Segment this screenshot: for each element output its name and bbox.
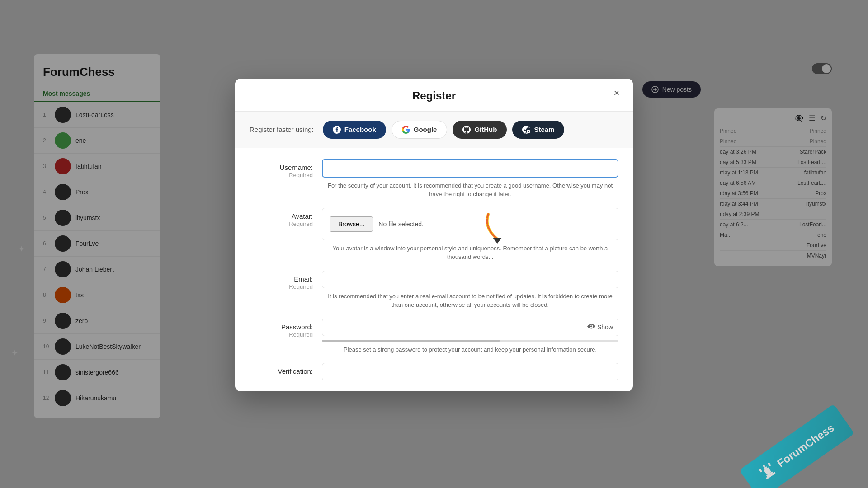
avatar-field-col: Browse... No file selected. Your avatar … — [322, 208, 618, 262]
modal-header: Register — [235, 79, 633, 112]
modal-overlay: Register × Register faster using: Facebo… — [0, 0, 868, 488]
github-icon — [462, 126, 471, 134]
email-row: Email: Required It is recommended that y… — [250, 271, 618, 310]
social-label: Register faster using: — [250, 126, 314, 133]
avatar-required: Required — [250, 221, 313, 227]
email-label-col: Email: Required — [250, 271, 322, 290]
email-required: Required — [250, 283, 313, 290]
password-input[interactable] — [322, 319, 618, 336]
no-file-label: No file selected. — [378, 221, 424, 228]
github-login-button[interactable]: GitHub — [453, 121, 507, 139]
steam-login-button[interactable]: Steam — [512, 121, 564, 139]
username-row: Username: Required For the security of y… — [250, 159, 618, 199]
google-label: Google — [414, 126, 437, 133]
email-field-col: It is recommended that you enter a real … — [322, 271, 618, 310]
avatar-label-col: Avatar: Required — [250, 208, 322, 227]
browse-button[interactable]: Browse... — [330, 216, 373, 232]
password-required: Required — [250, 331, 313, 338]
email-label: Email: — [294, 275, 313, 283]
email-hint: It is recommended that you enter a real … — [322, 292, 618, 310]
avatar-hint: Your avatar is a window into your person… — [322, 244, 618, 262]
eye-icon — [587, 324, 595, 330]
password-row: Password: Required Show — [250, 319, 618, 354]
modal-title: Register — [250, 89, 618, 102]
facebook-label: Facebook — [344, 126, 376, 133]
username-field-col: For the security of your account, it is … — [322, 159, 618, 199]
social-buttons: Facebook Google GitHub — [323, 121, 565, 139]
avatar-file-row: Browse... No file selected. — [330, 213, 611, 235]
username-hint: For the security of your account, it is … — [322, 181, 618, 199]
password-hint: Please set a strong password to protect … — [322, 345, 618, 354]
steam-icon — [522, 126, 530, 134]
password-wrapper: Show — [322, 319, 618, 336]
facebook-icon — [333, 126, 341, 134]
password-strength-bar — [322, 340, 618, 342]
password-label: Password: — [281, 323, 313, 331]
email-input[interactable] — [322, 271, 618, 288]
social-login-bar: Register faster using: Facebook Googl — [235, 112, 633, 148]
verification-label: Verification: — [278, 367, 313, 375]
username-label: Username: — [280, 164, 313, 171]
modal-close-button[interactable]: × — [609, 86, 624, 100]
password-strength-fill — [322, 340, 500, 342]
google-login-button[interactable]: Google — [392, 121, 448, 139]
avatar-row: Avatar: Required Browse... No file selec… — [250, 208, 618, 262]
google-icon — [402, 126, 410, 134]
verification-input[interactable] — [322, 363, 618, 380]
verification-field-col — [322, 363, 618, 380]
register-modal: Register × Register faster using: Facebo… — [235, 79, 633, 392]
verification-row: Verification: — [250, 363, 618, 380]
facebook-login-button[interactable]: Facebook — [323, 121, 386, 139]
show-password-button[interactable]: Show — [587, 324, 613, 331]
steam-label: Steam — [534, 126, 554, 133]
password-field-col: Show Please set a strong password to pro… — [322, 319, 618, 354]
username-required: Required — [250, 172, 313, 178]
password-label-col: Password: Required — [250, 319, 322, 338]
github-label: GitHub — [474, 126, 497, 133]
avatar-label: Avatar: — [292, 212, 313, 220]
verification-label-col: Verification: — [250, 363, 322, 375]
username-input[interactable] — [322, 159, 618, 178]
username-label-col: Username: Required — [250, 159, 322, 178]
form-body: Username: Required For the security of y… — [235, 148, 633, 392]
show-label: Show — [597, 324, 613, 331]
